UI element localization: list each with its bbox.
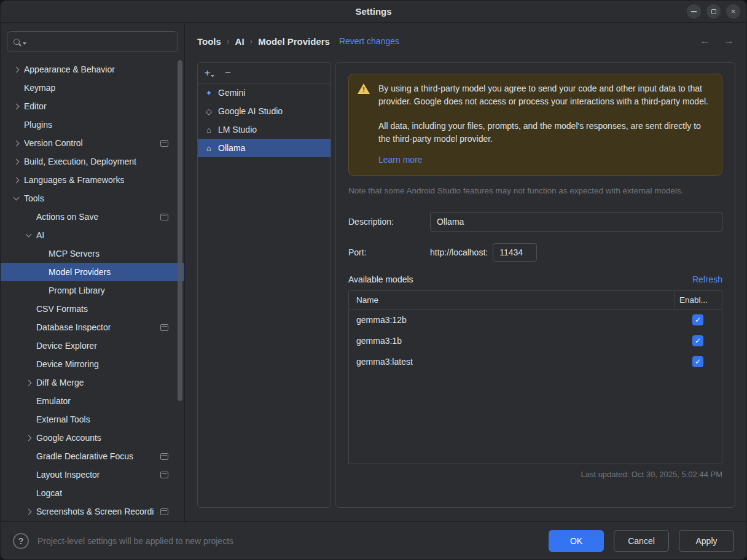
provider-item-ollama[interactable]: ⌂Ollama bbox=[198, 139, 330, 157]
sidebar-item-label: AI bbox=[36, 230, 44, 240]
sidebar-item-layout-inspector[interactable]: Layout Inspector bbox=[1, 465, 184, 484]
warning-icon: ! bbox=[358, 84, 371, 96]
chevron-right-icon[interactable] bbox=[13, 158, 19, 165]
column-header-enabled[interactable]: Enabl... bbox=[674, 291, 722, 309]
sidebar-item-tools[interactable]: Tools bbox=[1, 189, 184, 208]
column-header-name[interactable]: Name bbox=[349, 291, 674, 309]
provider-item-label: Gemini bbox=[218, 88, 245, 98]
search-box[interactable] bbox=[7, 31, 178, 52]
model-row-gemma3-1b: gemma3:1b✓ bbox=[349, 330, 722, 351]
ok-button[interactable]: OK bbox=[549, 530, 604, 552]
project-level-icon bbox=[160, 472, 168, 478]
add-dropdown-caret-icon bbox=[211, 75, 214, 77]
chevron-right-icon[interactable] bbox=[25, 379, 31, 386]
sidebar-item-logcat[interactable]: Logcat bbox=[1, 484, 184, 502]
project-level-icon bbox=[160, 453, 168, 460]
refresh-link[interactable]: Refresh bbox=[692, 274, 722, 284]
available-models-label: Available models bbox=[348, 274, 413, 284]
provider-item-lm-studio[interactable]: ⌂LM Studio bbox=[198, 120, 330, 139]
chevron-right-icon[interactable] bbox=[13, 66, 19, 72]
sidebar-item-external-tools[interactable]: External Tools bbox=[1, 410, 184, 429]
sidebar-item-label: Device Explorer bbox=[36, 341, 97, 351]
sidebar-item-database-inspector[interactable]: Database Inspector bbox=[1, 318, 184, 336]
chevron-right-icon[interactable] bbox=[13, 177, 19, 183]
sidebar-item-appearance-behavior[interactable]: Appearance & Behavior bbox=[1, 60, 184, 79]
ollama-icon: ⌂ bbox=[203, 144, 215, 153]
sidebar-item-label: Build, Execution, Deployment bbox=[24, 157, 136, 166]
chevron-down-icon[interactable] bbox=[13, 195, 19, 201]
sidebar-item-build-execution-deployment[interactable]: Build, Execution, Deployment bbox=[1, 152, 184, 171]
description-input[interactable] bbox=[430, 212, 722, 231]
port-input[interactable] bbox=[493, 243, 537, 262]
sidebar-item-emulator[interactable]: Emulator bbox=[1, 392, 184, 410]
chevron-right-icon[interactable] bbox=[25, 508, 31, 515]
sidebar-item-actions-on-save[interactable]: Actions on Save bbox=[1, 208, 184, 226]
sidebar-item-ai[interactable]: AI bbox=[1, 226, 184, 244]
warning-banner: ! By using a third-party model you agree… bbox=[348, 74, 722, 176]
cancel-button[interactable]: Cancel bbox=[614, 530, 669, 552]
remove-provider-button[interactable]: − bbox=[219, 65, 237, 81]
project-level-icon bbox=[160, 140, 168, 147]
search-input[interactable] bbox=[29, 37, 171, 47]
apply-button[interactable]: Apply bbox=[679, 530, 734, 552]
sidebar-item-label: Editor bbox=[24, 101, 47, 111]
model-enabled-checkbox[interactable]: ✓ bbox=[692, 314, 703, 325]
chevron-right-icon[interactable] bbox=[13, 140, 19, 146]
provider-item-gemini[interactable]: ✦Gemini bbox=[198, 84, 330, 102]
sidebar-item-screenshots-screen-recordi[interactable]: Screenshots & Screen Recordi bbox=[1, 502, 184, 521]
breadcrumb-tools[interactable]: Tools bbox=[197, 36, 221, 47]
sidebar-item-label: Model Providers bbox=[49, 267, 111, 277]
google-ai-studio-icon: ◇ bbox=[203, 107, 215, 116]
sidebar-item-label: Tools bbox=[24, 193, 44, 203]
sidebar-item-label: Google Accounts bbox=[36, 433, 101, 443]
sidebar-item-keymap[interactable]: Keymap bbox=[1, 79, 184, 97]
sidebar-item-gradle-declarative-focus[interactable]: Gradle Declarative Focus bbox=[1, 447, 184, 465]
model-name: gemma3:latest bbox=[349, 357, 674, 367]
search-history-caret-icon[interactable] bbox=[23, 42, 26, 45]
model-name: gemma3:12b bbox=[349, 315, 674, 325]
sidebar-item-label: Prompt Library bbox=[49, 286, 105, 295]
sidebar-item-label: Logcat bbox=[36, 488, 62, 498]
model-enabled-checkbox[interactable]: ✓ bbox=[692, 356, 703, 367]
maximize-button[interactable] bbox=[706, 4, 721, 18]
footer-bar: ? Project-level settings will be applied… bbox=[1, 521, 746, 559]
sidebar-item-label: Emulator bbox=[36, 396, 71, 406]
close-button[interactable]: × bbox=[726, 4, 740, 18]
forward-arrow-icon[interactable]: → bbox=[724, 35, 734, 47]
gemini-icon: ✦ bbox=[203, 88, 215, 98]
help-icon[interactable]: ? bbox=[13, 533, 29, 549]
chevron-down-icon[interactable] bbox=[25, 231, 31, 238]
sidebar-item-device-explorer[interactable]: Device Explorer bbox=[1, 336, 184, 355]
provider-item-google-ai-studio[interactable]: ◇Google AI Studio bbox=[198, 102, 330, 120]
chevron-right-icon[interactable] bbox=[13, 103, 19, 109]
revert-changes-link[interactable]: Revert changes bbox=[339, 36, 399, 46]
sidebar-item-languages-frameworks[interactable]: Languages & Frameworks bbox=[1, 171, 184, 189]
model-row-gemma3-12b: gemma3:12b✓ bbox=[349, 309, 722, 330]
add-provider-button[interactable]: + bbox=[200, 65, 219, 81]
model-enabled-checkbox[interactable]: ✓ bbox=[692, 335, 703, 346]
settings-sidebar: Appearance & BehaviorKeymapEditorPlugins… bbox=[1, 23, 185, 521]
port-prefix: http://localhost: bbox=[430, 247, 488, 257]
chevron-right-icon[interactable] bbox=[25, 435, 31, 441]
sidebar-item-plugins[interactable]: Plugins bbox=[1, 115, 184, 134]
last-updated-text: Last updated: Oct 30, 2025, 5:02:44 PM bbox=[348, 470, 722, 479]
sidebar-item-label: External Tools bbox=[36, 414, 90, 424]
breadcrumb-model-providers: Model Providers bbox=[258, 36, 330, 47]
sidebar-item-google-accounts[interactable]: Google Accounts bbox=[1, 429, 184, 447]
sidebar-item-prompt-library[interactable]: Prompt Library bbox=[1, 281, 184, 300]
description-row: Description: bbox=[348, 212, 722, 231]
learn-more-link[interactable]: Learn more bbox=[378, 154, 423, 166]
sidebar-item-version-control[interactable]: Version Control bbox=[1, 134, 184, 152]
sidebar-item-editor[interactable]: Editor bbox=[1, 97, 184, 115]
sidebar-item-diff-merge[interactable]: Diff & Merge bbox=[1, 373, 184, 392]
breadcrumb-ai[interactable]: AI bbox=[235, 36, 244, 47]
footer-buttons: OK Cancel Apply bbox=[549, 530, 734, 552]
back-arrow-icon[interactable]: ← bbox=[700, 35, 710, 47]
sidebar-item-mcp-servers[interactable]: MCP Servers bbox=[1, 244, 184, 263]
sidebar-item-model-providers[interactable]: Model Providers bbox=[1, 263, 184, 281]
sidebar-item-device-mirroring[interactable]: Device Mirroring bbox=[1, 355, 184, 373]
sidebar-item-csv-formats[interactable]: CSV Formats bbox=[1, 300, 184, 318]
minimize-button[interactable] bbox=[687, 4, 701, 18]
sidebar-scrollbar[interactable] bbox=[178, 60, 182, 401]
project-level-icon bbox=[160, 214, 168, 220]
